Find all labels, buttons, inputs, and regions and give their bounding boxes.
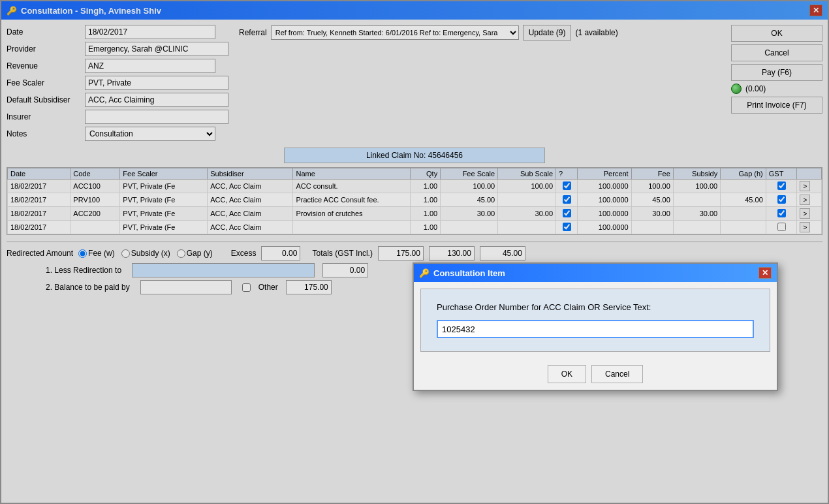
modal-title: Consultation Item — [433, 268, 505, 278]
modal-cancel-button[interactable]: Cancel — [591, 365, 643, 383]
modal-overlay — [1, 1, 828, 503]
modal-icon: 🔑 — [419, 268, 430, 278]
modal-label: Purchase Order Number for ACC Claim OR S… — [437, 302, 754, 312]
modal-footer: OK Cancel — [414, 358, 777, 390]
modal-close-button[interactable]: ✕ — [759, 267, 772, 279]
consultation-item-dialog: 🔑 Consultation Item ✕ Purchase Order Num… — [413, 262, 778, 391]
modal-body: Purchase Order Number for ACC Claim OR S… — [420, 289, 770, 352]
modal-title-bar: 🔑 Consultation Item ✕ — [414, 264, 777, 282]
modal-ok-button[interactable]: OK — [548, 365, 586, 383]
modal-input[interactable] — [437, 320, 754, 338]
main-window: 🔑 Consultation - Singh, Avinesh Shiv ✕ D… — [0, 0, 829, 504]
